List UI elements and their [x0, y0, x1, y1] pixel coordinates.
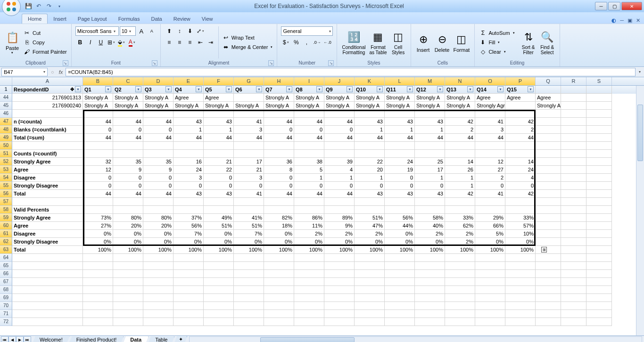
- cell[interactable]: [586, 230, 612, 238]
- cell[interactable]: 44: [264, 190, 294, 198]
- cell[interactable]: [586, 150, 612, 158]
- cell[interactable]: [264, 206, 294, 214]
- cell[interactable]: [294, 310, 324, 318]
- cell[interactable]: [204, 198, 234, 206]
- cell[interactable]: 100%: [475, 246, 505, 254]
- cell[interactable]: 11%: [294, 222, 324, 230]
- cell[interactable]: [324, 302, 355, 310]
- sheet-tab[interactable]: Finished Product!: [69, 336, 124, 342]
- row-header[interactable]: 52: [0, 158, 12, 166]
- cell[interactable]: 20%: [143, 222, 173, 230]
- cell[interactable]: [561, 214, 586, 222]
- row-header[interactable]: 50: [0, 142, 12, 150]
- cell[interactable]: [536, 294, 561, 302]
- cell[interactable]: [173, 270, 204, 278]
- cell[interactable]: 0%: [234, 238, 264, 246]
- cell[interactable]: 0: [385, 182, 415, 190]
- cell[interactable]: [415, 270, 445, 278]
- increase-indent-button[interactable]: ⇥: [206, 38, 215, 47]
- cell[interactable]: 29%: [475, 214, 505, 222]
- row-header[interactable]: 54: [0, 174, 12, 182]
- decrease-decimal-button[interactable]: ←.0: [322, 38, 332, 47]
- cell[interactable]: 4: [324, 166, 355, 174]
- cell[interactable]: [83, 150, 113, 158]
- cell[interactable]: [475, 294, 505, 302]
- column-header[interactable]: K: [355, 77, 385, 85]
- cell[interactable]: [173, 278, 204, 286]
- cell[interactable]: [143, 150, 173, 158]
- cell[interactable]: [586, 294, 612, 302]
- cell[interactable]: 43: [204, 190, 234, 198]
- cell[interactable]: [12, 318, 83, 326]
- cell[interactable]: [505, 198, 536, 206]
- cell[interactable]: [83, 278, 113, 286]
- cell[interactable]: [561, 166, 586, 174]
- cell[interactable]: [561, 126, 586, 134]
- cell[interactable]: [83, 142, 113, 150]
- cell[interactable]: [264, 110, 294, 118]
- cell[interactable]: 58%: [415, 214, 445, 222]
- cell[interactable]: 0%: [294, 238, 324, 246]
- column-header[interactable]: M: [415, 77, 445, 85]
- cell[interactable]: [173, 294, 204, 302]
- cell[interactable]: 0%: [143, 230, 173, 238]
- cell[interactable]: [12, 142, 83, 150]
- filter-dropdown-icon[interactable]: ▼: [256, 86, 262, 92]
- cell[interactable]: [536, 254, 561, 262]
- cell[interactable]: [294, 294, 324, 302]
- filter-dropdown-icon[interactable]: ▼: [105, 86, 111, 92]
- number-format-combo[interactable]: General▾: [281, 26, 333, 36]
- column-header[interactable]: D: [143, 77, 173, 85]
- cell[interactable]: [536, 142, 561, 150]
- cell[interactable]: Strongly A: [324, 102, 355, 110]
- cell[interactable]: [505, 110, 536, 118]
- cell[interactable]: [83, 110, 113, 118]
- cell[interactable]: [561, 198, 586, 206]
- cell[interactable]: [536, 246, 561, 254]
- align-center-button[interactable]: ≡: [175, 38, 184, 47]
- cell[interactable]: [561, 230, 586, 238]
- cell[interactable]: [536, 238, 561, 246]
- align-middle-button[interactable]: ↕: [175, 26, 184, 36]
- cell[interactable]: 2176900240: [12, 102, 83, 110]
- cell[interactable]: 12: [83, 166, 113, 174]
- cell[interactable]: 25: [415, 158, 445, 166]
- cell[interactable]: [12, 286, 83, 294]
- cell[interactable]: [113, 270, 143, 278]
- cell[interactable]: 0: [415, 182, 445, 190]
- cell[interactable]: 43: [355, 118, 385, 126]
- cell[interactable]: [355, 254, 385, 262]
- row-header[interactable]: 64: [0, 254, 12, 262]
- cell[interactable]: [536, 118, 561, 126]
- shrink-font-button[interactable]: A: [147, 26, 157, 36]
- undo-icon[interactable]: ↶: [35, 2, 42, 10]
- cell[interactable]: [445, 206, 475, 214]
- sheet-tab[interactable]: Welcome!: [33, 336, 70, 342]
- cell[interactable]: 18%: [264, 222, 294, 230]
- tab-review[interactable]: Review: [168, 14, 196, 24]
- number-dialog-icon[interactable]: ↘: [328, 60, 334, 66]
- cell[interactable]: [561, 246, 586, 254]
- cell[interactable]: [143, 262, 173, 270]
- cell[interactable]: [294, 254, 324, 262]
- cell[interactable]: 0: [385, 174, 415, 182]
- currency-button[interactable]: $: [281, 38, 290, 47]
- align-right-button[interactable]: ≡: [185, 38, 195, 47]
- cell[interactable]: 7%: [234, 230, 264, 238]
- cell[interactable]: [536, 286, 561, 294]
- row-header[interactable]: 59: [0, 214, 12, 222]
- filter-header-cell[interactable]: [561, 86, 586, 94]
- align-left-button[interactable]: ≡: [165, 38, 174, 47]
- cell[interactable]: [264, 310, 294, 318]
- cell[interactable]: 19: [385, 166, 415, 174]
- cell[interactable]: 21: [234, 166, 264, 174]
- increase-decimal-button[interactable]: .0→: [312, 38, 322, 47]
- cell[interactable]: 0: [294, 126, 324, 134]
- cell[interactable]: 0: [324, 182, 355, 190]
- qat-dropdown-icon[interactable]: ▾: [56, 2, 63, 10]
- cell[interactable]: [355, 198, 385, 206]
- row-header[interactable]: 60: [0, 222, 12, 230]
- cell[interactable]: 27%: [83, 222, 113, 230]
- cell[interactable]: [505, 294, 536, 302]
- tab-page-layout[interactable]: Page Layout: [72, 14, 113, 24]
